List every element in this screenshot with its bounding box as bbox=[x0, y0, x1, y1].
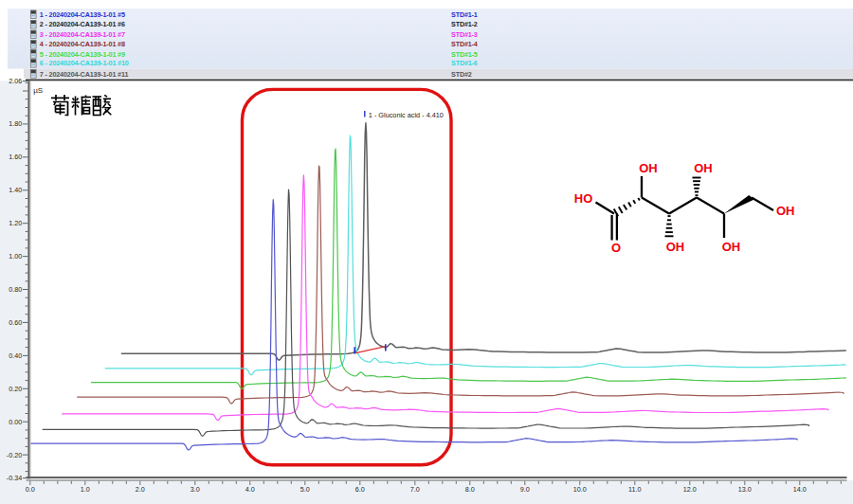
svg-text:1.40: 1.40 bbox=[9, 186, 22, 194]
svg-text:-0.20: -0.20 bbox=[7, 451, 22, 459]
svg-text:1 - Gluconic acid - 4.410: 1 - Gluconic acid - 4.410 bbox=[369, 111, 444, 119]
svg-text:OH: OH bbox=[666, 240, 685, 254]
svg-text:1.00: 1.00 bbox=[9, 252, 22, 261]
svg-text:5 - 20240204-CA139-1-01 #9: 5 - 20240204-CA139-1-01 #9 bbox=[40, 50, 125, 59]
svg-text:OH: OH bbox=[639, 161, 658, 175]
svg-text:10.0: 10.0 bbox=[573, 485, 587, 494]
svg-text:1.80: 1.80 bbox=[9, 119, 22, 128]
svg-text:0.80: 0.80 bbox=[9, 285, 22, 294]
svg-text:8.0: 8.0 bbox=[465, 485, 475, 494]
svg-text:11.0: 11.0 bbox=[628, 485, 641, 494]
svg-text:1.0: 1.0 bbox=[81, 485, 90, 494]
svg-text:2 - 20240204-CA139-1-01 #6: 2 - 20240204-CA139-1-01 #6 bbox=[40, 20, 125, 28]
svg-text:STD#1-3: STD#1-3 bbox=[451, 30, 478, 39]
svg-text:9.0: 9.0 bbox=[520, 485, 530, 494]
svg-text:STD#1-6: STD#1-6 bbox=[451, 59, 478, 67]
svg-text:7.0: 7.0 bbox=[410, 485, 420, 494]
svg-text:OH: OH bbox=[776, 204, 795, 218]
svg-text:4.0: 4.0 bbox=[245, 485, 255, 494]
svg-text:0.0: 0.0 bbox=[26, 485, 35, 494]
svg-text:12.0: 12.0 bbox=[683, 485, 697, 494]
svg-text:HO: HO bbox=[574, 191, 593, 206]
svg-text:5.0: 5.0 bbox=[300, 485, 310, 494]
svg-text:13.0: 13.0 bbox=[738, 485, 752, 494]
svg-text:STD#1-2: STD#1-2 bbox=[451, 20, 478, 28]
svg-text:3 - 20240204-CA139-1-01 #7: 3 - 20240204-CA139-1-01 #7 bbox=[40, 30, 125, 39]
svg-text:0.60: 0.60 bbox=[9, 318, 22, 327]
svg-text:1 - 20240204-CA139-1-01 #5: 1 - 20240204-CA139-1-01 #5 bbox=[40, 10, 125, 19]
svg-text:OH: OH bbox=[694, 161, 713, 175]
svg-text:2.0: 2.0 bbox=[136, 485, 145, 494]
svg-text:6 - 20240204-CA139-1-01 #10: 6 - 20240204-CA139-1-01 #10 bbox=[40, 59, 129, 67]
svg-text:3.0: 3.0 bbox=[191, 485, 200, 494]
svg-text:6.0: 6.0 bbox=[355, 485, 365, 494]
svg-text:2.06: 2.06 bbox=[9, 77, 22, 85]
svg-text:0.00: 0.00 bbox=[9, 418, 22, 426]
svg-text:STD#2: STD#2 bbox=[451, 70, 472, 79]
svg-text:OH: OH bbox=[722, 240, 741, 254]
svg-text:O: O bbox=[611, 241, 621, 255]
svg-text:0.40: 0.40 bbox=[9, 351, 22, 360]
svg-text:4 - 20240204-CA139-1-01 #8: 4 - 20240204-CA139-1-01 #8 bbox=[40, 40, 125, 48]
svg-text:0.20: 0.20 bbox=[9, 385, 22, 393]
svg-text:1.20: 1.20 bbox=[9, 219, 22, 227]
svg-text:-0.34: -0.34 bbox=[7, 474, 22, 482]
svg-text:14.0: 14.0 bbox=[793, 485, 807, 494]
svg-text:7 - 20240204-CA139-1-01 #11: 7 - 20240204-CA139-1-01 #11 bbox=[40, 70, 129, 79]
svg-text:STD#1-5: STD#1-5 bbox=[451, 50, 478, 59]
svg-text:STD#1-4: STD#1-4 bbox=[451, 40, 478, 48]
svg-text:µS: µS bbox=[33, 86, 43, 95]
svg-text:STD#1-1: STD#1-1 bbox=[451, 10, 478, 19]
svg-text:1.60: 1.60 bbox=[9, 153, 22, 161]
